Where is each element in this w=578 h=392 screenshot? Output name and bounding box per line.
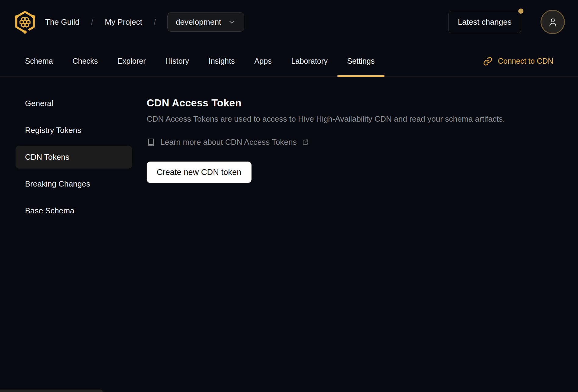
learn-more-label: Learn more about CDN Access Tokens: [160, 137, 297, 147]
connect-to-cdn-label: Connect to CDN: [498, 57, 553, 66]
sidebar-item-base-schema[interactable]: Base Schema: [16, 199, 132, 222]
tab-history[interactable]: History: [155, 46, 199, 77]
breadcrumb: The Guild / My Project / development: [45, 12, 244, 32]
chain-link-icon: [483, 57, 492, 66]
sidebar-item-breaking-changes[interactable]: Breaking Changes: [16, 173, 132, 195]
honeycomb-logo-icon: [14, 10, 36, 34]
sidebar-item-cdn-tokens[interactable]: CDN Tokens: [16, 146, 132, 169]
settings-content: General Registry Tokens CDN Tokens Break…: [0, 77, 578, 226]
app-header: The Guild / My Project / development Lat…: [0, 0, 578, 40]
settings-sidebar: General Registry Tokens CDN Tokens Break…: [0, 77, 140, 226]
tab-laboratory[interactable]: Laboratory: [281, 46, 337, 77]
connect-to-cdn-link[interactable]: Connect to CDN: [481, 46, 555, 77]
learn-more-link[interactable]: Learn more about CDN Access Tokens: [147, 137, 309, 147]
breadcrumb-separator: /: [91, 18, 93, 27]
tab-schema[interactable]: Schema: [15, 46, 63, 77]
tab-apps[interactable]: Apps: [244, 46, 281, 77]
user-icon: [547, 16, 558, 28]
sidebar-item-general[interactable]: General: [16, 92, 132, 115]
target-tabs-nav: Schema Checks Explorer History Insights …: [0, 40, 578, 77]
create-cdn-token-button[interactable]: Create new CDN token: [147, 162, 252, 183]
breadcrumb-separator: /: [154, 18, 156, 27]
tab-checks[interactable]: Checks: [63, 46, 108, 77]
user-avatar[interactable]: [541, 10, 565, 34]
tab-settings[interactable]: Settings: [337, 46, 384, 77]
breadcrumb-org[interactable]: The Guild: [45, 17, 80, 27]
hive-logo[interactable]: [14, 10, 36, 34]
book-icon: [147, 138, 155, 147]
bottom-toast-peek: [0, 390, 103, 392]
notification-dot: [518, 9, 523, 14]
target-dropdown-value: development: [176, 17, 221, 27]
header-right: Latest changes: [448, 10, 565, 34]
target-dropdown[interactable]: development: [167, 12, 244, 32]
page-title: CDN Access Token: [147, 97, 505, 109]
tab-insights[interactable]: Insights: [199, 46, 244, 77]
chevron-down-icon: [228, 18, 236, 26]
page-description: CDN Access Tokens are used to access to …: [147, 114, 505, 124]
cdn-token-panel: CDN Access Token CDN Access Tokens are u…: [140, 77, 517, 226]
external-link-icon: [302, 139, 309, 145]
breadcrumb-project[interactable]: My Project: [105, 17, 142, 27]
latest-changes-button[interactable]: Latest changes: [448, 11, 521, 33]
latest-changes-label: Latest changes: [458, 17, 512, 27]
tab-explorer[interactable]: Explorer: [108, 46, 155, 77]
sidebar-item-registry-tokens[interactable]: Registry Tokens: [16, 119, 132, 142]
